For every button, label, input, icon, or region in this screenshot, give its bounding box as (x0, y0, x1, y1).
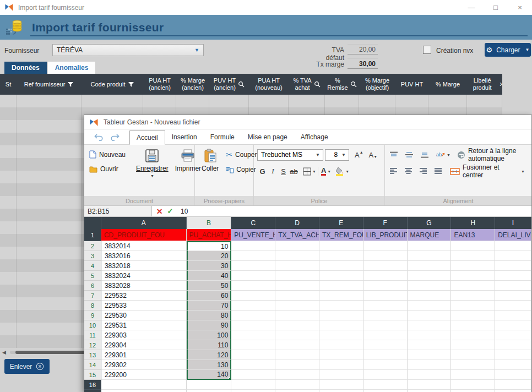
empty-cell[interactable] (495, 350, 531, 360)
empty-grid-cell[interactable] (289, 95, 325, 107)
cell-A5[interactable]: 3832024 (101, 271, 187, 281)
empty-cell[interactable] (275, 390, 319, 392)
empty-cell[interactable] (319, 360, 363, 370)
empty-cell[interactable] (231, 330, 275, 340)
grid-column-header[interactable]: PUA HT (nouveau) (249, 74, 289, 95)
empty-cell[interactable] (451, 271, 495, 281)
bold-button[interactable]: G (257, 167, 268, 176)
search-icon[interactable] (238, 81, 245, 88)
empty-cell[interactable] (451, 251, 495, 261)
cell-A10[interactable]: 229531 (101, 320, 187, 330)
tab-donnees[interactable]: Données (4, 62, 47, 74)
row-header-13[interactable]: 13 (84, 350, 101, 360)
row-header-7[interactable]: 7 (84, 291, 101, 301)
tab-anomalies[interactable]: Anomalies (48, 62, 96, 74)
empty-cell[interactable] (495, 281, 531, 291)
empty-cell[interactable] (408, 251, 452, 261)
empty-grid-cell[interactable] (17, 196, 82, 209)
empty-grid-cell[interactable] (143, 95, 176, 107)
empty-cell[interactable] (363, 301, 408, 311)
empty-grid-cell[interactable] (0, 171, 17, 183)
font-color-button[interactable]: A (320, 166, 327, 176)
empty-grid-cell[interactable] (428, 95, 467, 107)
empty-cell[interactable] (319, 380, 363, 390)
empty-cell[interactable] (495, 241, 531, 251)
nouveau-button[interactable]: Nouveau (88, 149, 127, 160)
empty-cell[interactable] (231, 320, 275, 330)
tab-mise-en-page[interactable]: Mise en page (241, 130, 294, 144)
empty-grid-cell[interactable] (0, 183, 17, 196)
strikethrough-button[interactable]: ab (289, 167, 299, 176)
empty-cell[interactable] (451, 350, 495, 360)
column-header-G[interactable]: G (408, 217, 452, 229)
wrap-text-label[interactable]: Retour à la ligne automatique (466, 146, 528, 164)
empty-grid-cell[interactable] (17, 247, 82, 259)
scroll-left-arrow-icon[interactable]: ◀ (2, 350, 10, 355)
grid-column-header[interactable]: % Remise (325, 74, 359, 95)
empty-grid-cell[interactable] (17, 120, 82, 133)
empty-cell[interactable] (231, 340, 275, 350)
cell-A6[interactable]: 3832028 (101, 281, 187, 291)
column-header-D[interactable]: D (275, 217, 319, 229)
empty-cell[interactable] (408, 330, 452, 340)
empty-cell[interactable] (495, 271, 531, 281)
align-middle-icon[interactable] (404, 151, 415, 159)
cell-A14[interactable]: 229302 (101, 360, 187, 370)
merge-center-icon[interactable] (449, 167, 461, 176)
empty-cell[interactable] (319, 370, 363, 380)
tab-accueil[interactable]: Accueil (129, 130, 165, 145)
cell-A7[interactable]: 229532 (101, 291, 187, 301)
empty-grid-cell[interactable] (0, 335, 17, 348)
underline-button[interactable]: S (278, 167, 289, 176)
empty-cell[interactable] (495, 360, 531, 370)
empty-grid-cell[interactable] (467, 95, 502, 107)
empty-cell[interactable] (319, 251, 363, 261)
empty-cell[interactable] (451, 261, 495, 271)
tab-affichage[interactable]: Affichage (294, 130, 335, 144)
align-center-icon[interactable] (403, 167, 414, 175)
chevron-down-icon[interactable]: ▼ (312, 170, 316, 173)
empty-grid-cell[interactable] (0, 272, 17, 285)
empty-cell[interactable] (495, 390, 531, 392)
empty-cell[interactable] (363, 311, 408, 320)
filter-icon[interactable] (128, 81, 134, 88)
grid-column-header[interactable]: PUA HT (ancien) (143, 74, 176, 95)
empty-cell[interactable] (275, 241, 319, 251)
empty-grid-cell[interactable] (17, 323, 82, 335)
row-header-9[interactable]: 9 (84, 311, 101, 320)
cell-name-box[interactable]: B2:B15 (84, 206, 152, 216)
empty-grid-cell[interactable] (0, 145, 17, 158)
align-left-icon[interactable] (388, 167, 399, 175)
empty-cell[interactable] (319, 320, 363, 330)
empty-cell[interactable] (319, 261, 363, 271)
empty-cell[interactable] (231, 291, 275, 301)
formula-input[interactable]: 10 (177, 206, 531, 216)
column-header-F[interactable]: F (363, 217, 408, 229)
empty-cell[interactable] (275, 311, 319, 320)
empty-grid-cell[interactable] (17, 183, 82, 196)
empty-cell[interactable] (275, 370, 319, 380)
empty-cell[interactable] (363, 291, 408, 301)
empty-cell[interactable] (495, 251, 531, 261)
empty-cell[interactable] (275, 251, 319, 261)
empty-cell[interactable] (495, 330, 531, 340)
sheet-header-cell[interactable]: LIB_PRODUIT (363, 229, 408, 241)
grid-column-header[interactable]: Ref fournisseur (17, 74, 82, 95)
empty-cell[interactable] (495, 301, 531, 311)
empty-cell[interactable] (363, 360, 408, 370)
cell-A15[interactable]: 229200 (101, 370, 187, 380)
empty-cell[interactable] (451, 301, 495, 311)
align-justify-icon[interactable] (433, 167, 443, 175)
empty-cell[interactable] (275, 261, 319, 271)
empty-grid-cell[interactable] (359, 95, 395, 107)
empty-cell[interactable] (451, 360, 495, 370)
empty-cell[interactable] (408, 370, 452, 380)
column-header-I[interactable]: I (495, 217, 531, 229)
empty-grid-cell[interactable] (325, 95, 359, 107)
empty-cell[interactable] (451, 340, 495, 350)
empty-cell[interactable] (275, 340, 319, 350)
empty-grid-cell[interactable] (17, 285, 82, 297)
empty-cell[interactable] (495, 291, 531, 301)
chevron-down-icon[interactable]: ▼ (327, 170, 331, 173)
empty-cell[interactable] (319, 281, 363, 291)
